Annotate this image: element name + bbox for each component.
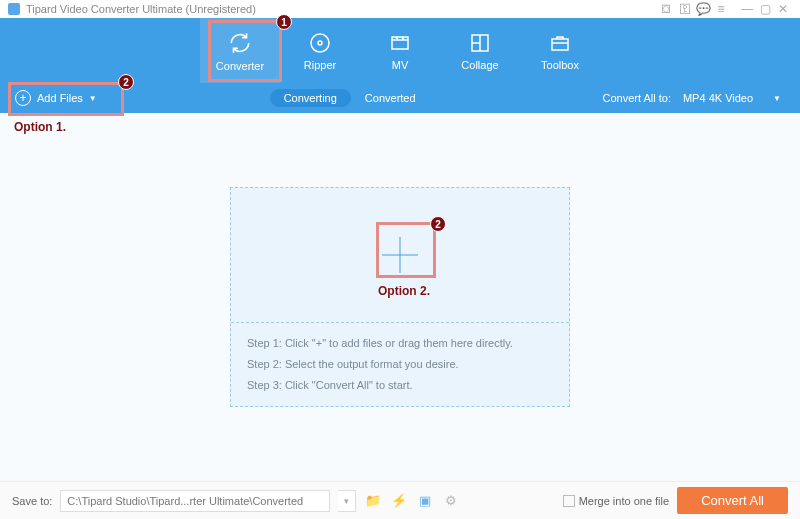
- plus-icon[interactable]: [382, 237, 418, 273]
- open-folder-icon[interactable]: 📁: [364, 492, 382, 510]
- titlebar: Tipard Video Converter Ultimate (Unregis…: [0, 0, 800, 18]
- settings-gear-icon[interactable]: ⚙: [442, 492, 460, 510]
- tab-ripper-label: Ripper: [304, 59, 336, 71]
- tab-collage[interactable]: Collage: [440, 18, 520, 83]
- gpu-icon[interactable]: ▣: [416, 492, 434, 510]
- chevron-down-icon: ▼: [773, 94, 781, 103]
- svg-point-1: [318, 41, 322, 45]
- tab-collage-label: Collage: [461, 59, 498, 71]
- tab-toolbox-label: Toolbox: [541, 59, 579, 71]
- instructions: Step 1: Click "+" to add files or drag t…: [231, 322, 569, 406]
- cart-icon[interactable]: ⛋: [658, 2, 676, 16]
- feedback-icon[interactable]: 💬: [694, 2, 712, 16]
- plus-circle-icon: +: [15, 90, 31, 106]
- checkbox-icon: [563, 495, 575, 507]
- maximize-icon[interactable]: ▢: [756, 2, 774, 16]
- save-path-dropdown[interactable]: ▾: [338, 490, 356, 512]
- save-path-field[interactable]: C:\Tipard Studio\Tipard...rter Ultimate\…: [60, 490, 330, 512]
- merge-label: Merge into one file: [579, 495, 670, 507]
- minimize-icon[interactable]: —: [738, 2, 756, 16]
- convert-all-button[interactable]: Convert All: [677, 487, 788, 514]
- tab-converted[interactable]: Converted: [351, 89, 430, 107]
- mv-icon: [388, 31, 412, 55]
- key-icon[interactable]: ⚿: [676, 2, 694, 16]
- app-logo-icon: [8, 3, 20, 15]
- tab-ripper[interactable]: Ripper: [280, 18, 360, 83]
- app-window: Tipard Video Converter Ultimate (Unregis…: [0, 0, 800, 519]
- instruction-step-1: Step 1: Click "+" to add files or drag t…: [247, 333, 553, 354]
- svg-point-0: [311, 34, 329, 52]
- tab-mv-label: MV: [392, 59, 409, 71]
- tab-mv[interactable]: MV: [360, 18, 440, 83]
- instruction-step-3: Step 3: Click "Convert All" to start.: [247, 375, 553, 396]
- main-tabs: Converter Ripper MV Collage Toolbox: [0, 18, 800, 83]
- tab-converter-label: Converter: [216, 60, 264, 72]
- convert-all-to-label: Convert All to:: [602, 92, 670, 104]
- tab-converter[interactable]: Converter: [200, 18, 280, 83]
- converter-icon: [227, 30, 253, 56]
- collage-icon: [468, 31, 492, 55]
- drop-zone[interactable]: Step 1: Click "+" to add files or drag t…: [230, 187, 570, 407]
- status-tabs: Converting Converted: [97, 89, 603, 107]
- bottom-bar: Save to: C:\Tipard Studio\Tipard...rter …: [0, 481, 800, 519]
- svg-rect-4: [552, 39, 568, 50]
- tab-converting[interactable]: Converting: [270, 89, 351, 107]
- chevron-down-icon: ▼: [89, 94, 97, 103]
- toolbox-icon: [548, 31, 572, 55]
- menu-icon[interactable]: ≡: [712, 2, 730, 16]
- save-to-label: Save to:: [12, 495, 52, 507]
- selected-format: MP4 4K Video: [683, 92, 753, 104]
- svg-rect-2: [392, 37, 408, 49]
- speed-off-icon[interactable]: ⚡: [390, 492, 408, 510]
- add-files-label: Add Files: [37, 92, 83, 104]
- main-area: Step 1: Click "+" to add files or drag t…: [0, 113, 800, 481]
- app-title: Tipard Video Converter Ultimate (Unregis…: [26, 3, 256, 15]
- output-format-dropdown[interactable]: MP4 4K Video ▼: [679, 90, 785, 106]
- instruction-step-2: Step 2: Select the output format you des…: [247, 354, 553, 375]
- drop-zone-top[interactable]: [231, 188, 569, 322]
- close-icon[interactable]: ✕: [774, 2, 792, 16]
- ripper-icon: [308, 31, 332, 55]
- merge-checkbox[interactable]: Merge into one file: [563, 495, 670, 507]
- subbar: + Add Files ▼ Converting Converted Conve…: [0, 83, 800, 113]
- tab-toolbox[interactable]: Toolbox: [520, 18, 600, 83]
- add-files-button[interactable]: + Add Files ▼: [15, 90, 97, 106]
